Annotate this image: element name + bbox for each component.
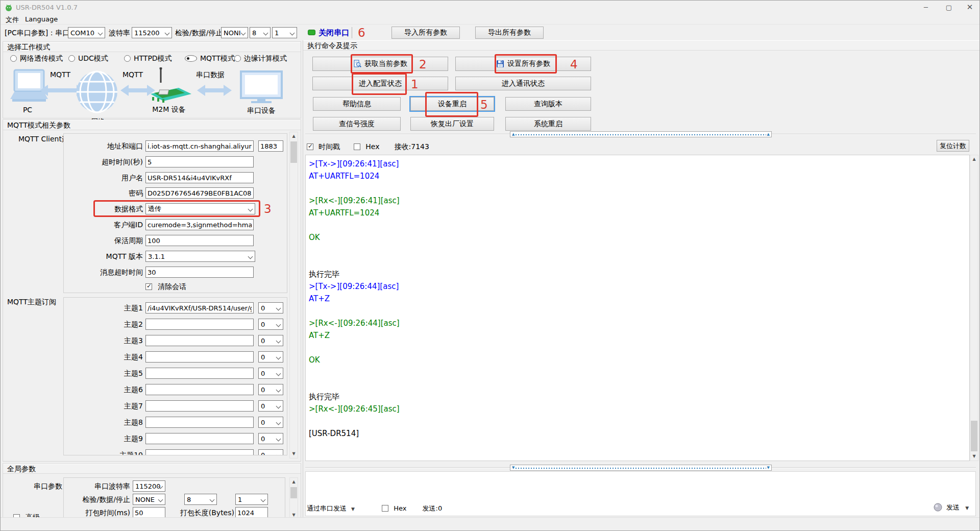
global-databits-select[interactable]: 8: [184, 494, 217, 505]
keepalive-input[interactable]: [145, 235, 254, 246]
chevron-down-icon[interactable]: ▼: [351, 506, 355, 512]
topic-qos-select[interactable]: 0: [258, 417, 283, 428]
timeout-input[interactable]: [145, 156, 254, 167]
msg-timeout-input[interactable]: [145, 267, 254, 278]
chevron-down-icon: [248, 254, 253, 259]
scrollbar-thumb[interactable]: [290, 487, 297, 498]
global-stopbits-value: 1: [238, 496, 242, 503]
global-parity-select[interactable]: NONE: [133, 494, 165, 505]
topic-input[interactable]: [145, 400, 254, 412]
databits-select[interactable]: 8: [250, 27, 271, 38]
com-port-select[interactable]: COM10: [68, 27, 105, 38]
query-signal-button[interactable]: 查信号强度: [313, 117, 401, 131]
scroll-up-icon[interactable]: ▲: [290, 132, 298, 140]
workmode-option-5[interactable]: 边缘计算模式: [234, 53, 287, 63]
log-top-scrollbar[interactable]: ▲ ▲: [510, 131, 772, 137]
tx-hex-checkbox[interactable]: [382, 505, 388, 512]
stopbits-select[interactable]: 1: [272, 27, 297, 38]
topic-qos-select[interactable]: 0: [258, 400, 283, 412]
packlen-input[interactable]: [235, 507, 268, 518]
rx-hex-checkbox[interactable]: [354, 143, 360, 150]
factory-reset-button[interactable]: 恢复出厂设置: [410, 117, 494, 131]
topic-qos-select[interactable]: 0: [258, 351, 283, 363]
close-serial-button[interactable]: 关闭串口: [318, 28, 349, 38]
log-line: AT+Z: [306, 331, 969, 343]
global-baud-label: 串口波特率: [64, 482, 130, 491]
system-restart-button[interactable]: 系统重启: [505, 117, 591, 131]
topic-input[interactable]: [145, 368, 254, 379]
query-version-button[interactable]: 查询版本: [505, 97, 591, 111]
workmode-option-1[interactable]: 网络透传模式: [10, 53, 63, 63]
topic-input[interactable]: [145, 433, 254, 444]
button-label: 帮助信息: [342, 100, 371, 109]
device-restart-button[interactable]: 设备重启5: [410, 97, 494, 111]
timestamp-checkbox[interactable]: [307, 143, 313, 150]
enter-config-mode-button[interactable]: 进入配置状态1: [312, 77, 448, 90]
topic-input[interactable]: [145, 302, 254, 313]
log-output[interactable]: >[Tx->][09:26:41][asc]AT+UARTFL=1024>[Rx…: [305, 155, 970, 461]
workmode-option-2[interactable]: UDC模式: [68, 53, 108, 63]
parity-select[interactable]: NONI: [221, 27, 248, 38]
mqtt-port-input[interactable]: [258, 140, 283, 152]
baud-select[interactable]: 115200: [132, 27, 172, 38]
data-format-select[interactable]: 透传: [145, 203, 255, 214]
topic-input[interactable]: [145, 351, 254, 363]
topic-input[interactable]: [145, 449, 254, 455]
global-params-section-title: 全局参数: [3, 464, 301, 474]
topic-qos-select[interactable]: 0: [258, 335, 283, 346]
scrollbar-thumb[interactable]: [290, 141, 297, 163]
keepalive-label: 保活周期: [64, 236, 143, 246]
mqtt-address-input[interactable]: [145, 140, 254, 152]
enter-comm-mode-button[interactable]: 进入通讯状态: [455, 77, 591, 90]
username-input[interactable]: [145, 172, 254, 183]
mqtt-panel-scrollbar[interactable]: ▲ ▼: [289, 132, 298, 458]
export-params-button[interactable]: 导出所有参数: [475, 27, 544, 39]
clean-session-checkbox[interactable]: [145, 283, 152, 290]
topic-input[interactable]: [145, 335, 254, 346]
scroll-left-icon[interactable]: ▼: [512, 466, 514, 470]
button-label: 系统重启: [534, 119, 562, 129]
scrollbar-thumb[interactable]: [971, 421, 977, 451]
chevron-down-icon[interactable]: ▼: [965, 505, 969, 511]
minimize-button[interactable]: ─: [917, 1, 935, 14]
password-input[interactable]: [145, 187, 254, 199]
maximize-button[interactable]: ▢: [940, 1, 958, 14]
scroll-up-icon[interactable]: ▲: [970, 155, 978, 163]
topic-qos-select[interactable]: 0: [258, 433, 283, 444]
topic-qos-select[interactable]: 0: [258, 319, 283, 330]
import-params-button[interactable]: 导入所有参数: [391, 27, 460, 39]
topic-qos-select[interactable]: 0: [258, 449, 283, 455]
topic-input[interactable]: [145, 417, 254, 428]
workmode-option-4[interactable]: MQTT模式: [185, 53, 235, 63]
reset-count-button[interactable]: 复位计数: [937, 140, 969, 152]
menu-item-file[interactable]: 文件: [6, 15, 19, 25]
get-current-params-button[interactable]: 获取当前参数2: [312, 57, 448, 71]
global-panel-scrollbar[interactable]: ▲ ▼: [289, 477, 298, 520]
log-bottom-scrollbar[interactable]: ▼ ▼: [510, 465, 772, 471]
topic-qos-select[interactable]: 0: [258, 384, 283, 395]
topic-input[interactable]: [145, 319, 254, 330]
scroll-down-icon[interactable]: ▼: [970, 452, 978, 461]
global-baud-select[interactable]: 115200: [133, 480, 165, 492]
scroll-up-icon[interactable]: ▲: [290, 478, 298, 486]
help-info-button[interactable]: 帮助信息: [313, 97, 401, 111]
set-all-params-button[interactable]: 设置所有参数4: [455, 57, 591, 71]
topic-input[interactable]: [145, 384, 254, 395]
workmode-option-3[interactable]: HTTPD模式: [124, 53, 172, 63]
scroll-right-icon[interactable]: ▲: [767, 132, 770, 136]
topic-qos-select[interactable]: 0: [258, 368, 283, 379]
menu-item-language[interactable]: Language: [25, 15, 58, 23]
close-button[interactable]: ✕: [961, 1, 978, 14]
scroll-left-icon[interactable]: ▲: [512, 132, 514, 136]
log-line: AT+UARTFL=1024: [306, 172, 969, 184]
global-stopbits-select[interactable]: 1: [235, 494, 268, 505]
scroll-down-icon[interactable]: ▼: [290, 450, 298, 458]
topic-qos-select[interactable]: 0: [258, 302, 283, 313]
packtime-input[interactable]: [133, 507, 165, 518]
mqtt-version-select[interactable]: 3.1.1: [145, 251, 255, 262]
send-via-dropdown[interactable]: 通过串口发送: [307, 504, 347, 512]
send-button[interactable]: 发送 ▼: [934, 502, 969, 514]
scroll-right-icon[interactable]: ▼: [767, 466, 770, 470]
client-id-input[interactable]: [145, 219, 254, 230]
log-scrollbar[interactable]: ▲ ▼: [970, 155, 978, 461]
